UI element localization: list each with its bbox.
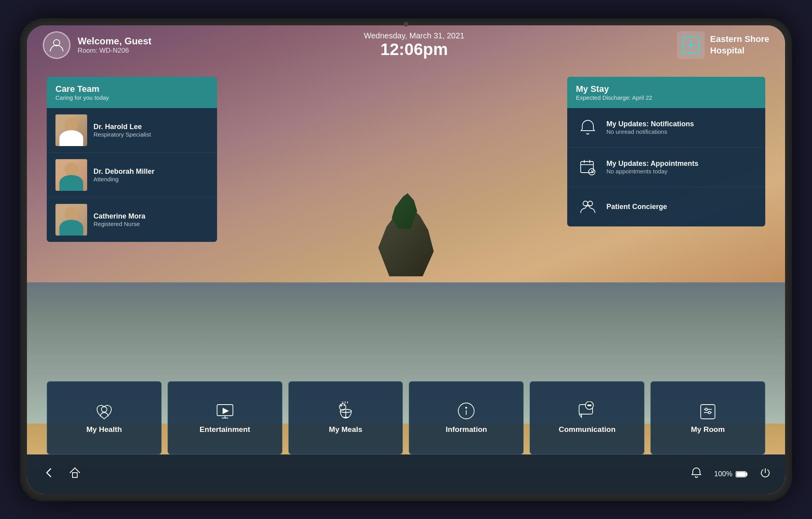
member-name-deborah: Dr. Deborah Miller: [93, 167, 154, 176]
svg-point-12: [588, 201, 593, 206]
tile-my-meals[interactable]: My Meals: [288, 381, 403, 454]
member-info-deborah: Dr. Deborah Miller Attending: [93, 167, 154, 183]
welcome-info: Welcome, Guest Room: WD-N206: [78, 36, 151, 55]
care-member-2[interactable]: Dr. Deborah Miller Attending: [47, 153, 217, 198]
svg-point-11: [583, 201, 588, 206]
stay-notifications-info: My Updates: Notifications No unread noti…: [606, 120, 694, 135]
stay-notifications[interactable]: My Updates: Notifications No unread noti…: [567, 108, 765, 148]
tablet-screen: Welcome, Guest Room: WD-N206 Wednesday, …: [27, 25, 785, 494]
care-member-3[interactable]: Catherine Mora Registered Nurse: [47, 198, 217, 242]
member-info-harold: Dr. Harold Lee Respiratory Specialist: [93, 123, 151, 138]
battery-display: 100%: [708, 470, 753, 478]
member-name-harold: Dr. Harold Lee: [93, 123, 151, 131]
concierge-title: Patient Concierge: [606, 203, 667, 211]
avatar: [43, 31, 71, 59]
care-team-title: Care Team: [55, 84, 208, 94]
tile-my-room-label: My Room: [691, 425, 725, 434]
header-center: Wednesday, March 31, 2021 12:06pm: [364, 31, 465, 59]
member-photo-deborah: [55, 159, 87, 191]
member-name-catherine: Catherine Mora: [93, 212, 145, 221]
time-display: 12:06pm: [364, 40, 465, 59]
appointments-subtitle: No appointments today: [606, 168, 698, 175]
appointments-title: My Updates: Appointments: [606, 160, 698, 168]
stay-appointments[interactable]: My Updates: Appointments No appointments…: [567, 148, 765, 187]
tile-communication-label: Communication: [558, 425, 616, 434]
tile-my-meals-label: My Meals: [329, 425, 362, 434]
svg-rect-39: [746, 473, 747, 476]
notifications-title: My Updates: Notifications: [606, 120, 694, 128]
bell-icon: [577, 117, 599, 139]
svg-point-35: [705, 408, 707, 411]
member-role-harold: Respiratory Specialist: [93, 131, 151, 138]
my-stay-discharge: Expected Discharge: April 22: [576, 94, 757, 101]
svg-marker-17: [223, 408, 229, 414]
room-text: Room: WD-N206: [78, 47, 151, 55]
care-member-1[interactable]: Dr. Harold Lee Respiratory Specialist: [47, 108, 217, 153]
tile-my-health-label: My Health: [86, 425, 122, 434]
svg-rect-37: [72, 473, 77, 477]
info-circle-icon: [457, 401, 476, 420]
battery-percentage: 100%: [714, 470, 732, 478]
member-role-deborah: Attending: [93, 176, 154, 183]
person-heart-icon: [95, 401, 114, 420]
stay-concierge-info: Patient Concierge: [606, 203, 667, 211]
member-photo-catherine: [55, 204, 87, 236]
svg-point-36: [708, 411, 711, 414]
chat-icon: [578, 401, 597, 420]
header: Welcome, Guest Room: WD-N206 Wednesday, …: [27, 25, 785, 65]
battery-icon: [736, 471, 747, 478]
tile-information[interactable]: Information: [409, 381, 524, 454]
bottom-nav: 100%: [27, 454, 785, 494]
calendar-clock-icon: [577, 156, 599, 178]
hospital-name: Eastern ShoreHospital: [710, 34, 769, 56]
power-button[interactable]: [753, 467, 777, 481]
tile-information-label: Information: [446, 425, 487, 434]
tile-my-room[interactable]: My Room: [650, 381, 765, 454]
care-team-header: Care Team Caring for you today: [47, 77, 217, 108]
notification-bell-icon[interactable]: [684, 467, 708, 481]
tile-entertainment[interactable]: Entertainment: [168, 381, 282, 454]
back-button[interactable]: [35, 467, 63, 481]
stay-appointments-info: My Updates: Appointments No appointments…: [606, 160, 698, 175]
hospital-logo-icon: [677, 31, 705, 59]
header-left: Welcome, Guest Room: WD-N206: [43, 31, 151, 59]
care-team-panel: Care Team Caring for you today Dr. Harol…: [47, 77, 217, 242]
tv-play-icon: [215, 401, 234, 420]
care-team-subtitle: Caring for you today: [55, 94, 208, 101]
hospital-logo: Eastern ShoreHospital: [677, 31, 769, 59]
camera-dot: [404, 22, 408, 27]
notifications-subtitle: No unread notifications: [606, 128, 694, 135]
member-role-catherine: Registered Nurse: [93, 221, 145, 227]
svg-point-26: [466, 407, 467, 409]
welcome-text: Welcome, Guest: [78, 36, 151, 47]
bottom-tiles: My Health Entertainment: [27, 381, 785, 454]
stay-concierge[interactable]: Patient Concierge: [567, 187, 765, 226]
my-stay-title: My Stay: [576, 84, 757, 94]
svg-point-31: [590, 405, 591, 406]
settings-sliders-icon: [698, 401, 717, 420]
tablet-device: Welcome, Guest Room: WD-N206 Wednesday, …: [20, 18, 792, 501]
my-stay-panel: My Stay Expected Discharge: April 22 My …: [567, 77, 765, 226]
member-photo-harold: [55, 114, 87, 146]
date-display: Wednesday, March 31, 2021: [364, 31, 465, 40]
tile-my-health[interactable]: My Health: [47, 381, 162, 454]
my-stay-header: My Stay Expected Discharge: April 22: [567, 77, 765, 108]
header-right: Eastern ShoreHospital: [677, 31, 769, 59]
home-button[interactable]: [63, 466, 87, 482]
tile-communication[interactable]: Communication: [530, 381, 644, 454]
concierge-icon: [577, 196, 599, 218]
svg-rect-40: [737, 472, 745, 476]
svg-rect-32: [701, 405, 715, 419]
member-info-catherine: Catherine Mora Registered Nurse: [93, 212, 145, 227]
meals-icon: [336, 401, 355, 420]
tile-entertainment-label: Entertainment: [200, 425, 250, 434]
